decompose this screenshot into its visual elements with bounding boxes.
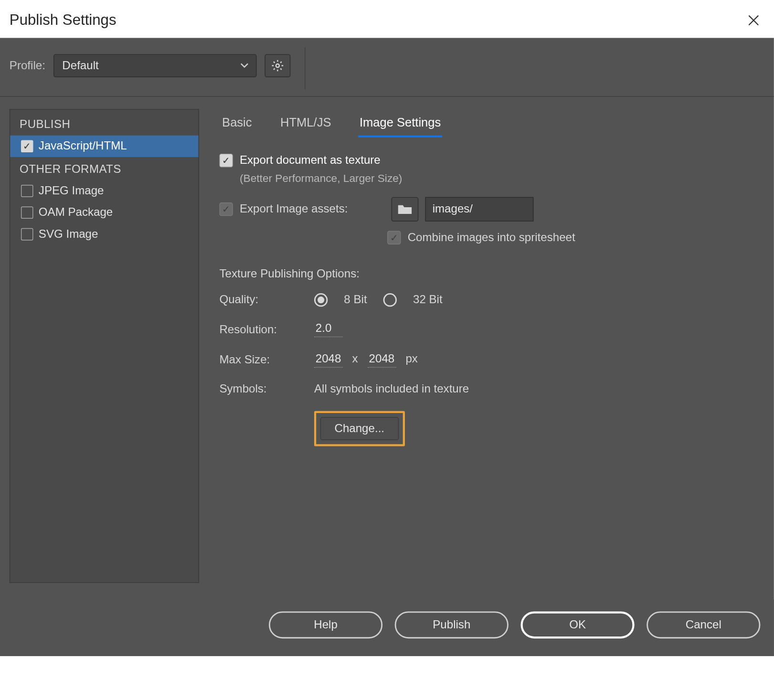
export-assets-label: Export Image assets: <box>240 202 348 216</box>
help-button[interactable]: Help <box>269 611 382 638</box>
max-width-value[interactable]: 2048 <box>314 352 343 368</box>
quality-radios: 8 Bit 32 Bit <box>314 293 760 307</box>
export-texture-row: Export document as texture <box>219 154 760 167</box>
sidebar-item-jpeg[interactable]: JPEG Image <box>10 180 198 202</box>
browse-folder-button[interactable] <box>391 197 418 222</box>
export-texture-label: Export document as texture <box>240 154 381 167</box>
close-icon[interactable] <box>742 11 766 30</box>
sidebar: PUBLISH JavaScript/HTML OTHER FORMATS JP… <box>10 109 199 583</box>
change-highlight: Change... <box>314 411 405 446</box>
resolution-value[interactable]: 2.0 <box>314 322 343 338</box>
footer: Help Publish OK Cancel <box>0 599 774 656</box>
combine-checkbox <box>387 231 401 244</box>
chevron-down-icon <box>240 62 249 69</box>
export-texture-checkbox[interactable] <box>219 154 233 167</box>
combine-row: Combine images into spritesheet <box>219 231 760 244</box>
symbols-value: All symbols included in texture <box>314 382 760 396</box>
quality-32bit-label: 32 Bit <box>413 293 443 307</box>
profile-select[interactable]: Default <box>53 54 256 77</box>
symbols-label: Symbols: <box>219 382 314 396</box>
content-panel: Basic HTML/JS Image Settings Export docu… <box>215 109 764 583</box>
sidebar-item-oam[interactable]: OAM Package <box>10 202 198 223</box>
profile-value: Default <box>62 59 98 72</box>
texture-options-heading: Texture Publishing Options: <box>219 267 760 281</box>
quality-8bit-label: 8 Bit <box>344 293 367 307</box>
folder-icon <box>397 203 412 215</box>
profile-label: Profile: <box>10 59 45 72</box>
x-separator: x <box>352 352 358 365</box>
sidebar-item-jshtml[interactable]: JavaScript/HTML <box>10 136 198 157</box>
combine-label: Combine images into spritesheet <box>408 231 575 244</box>
resolution-label: Resolution: <box>219 323 314 336</box>
sidebar-item-svg[interactable]: SVG Image <box>10 223 198 245</box>
checkbox-icon[interactable] <box>21 206 33 219</box>
export-assets-checkbox <box>219 202 233 216</box>
quality-8bit-radio[interactable] <box>314 293 328 307</box>
checkbox-icon[interactable] <box>21 140 33 153</box>
quality-32bit-radio[interactable] <box>383 293 397 307</box>
tab-htmljs[interactable]: HTML/JS <box>279 112 332 138</box>
quality-label: Quality: <box>219 293 314 307</box>
export-assets-row: Export Image assets: <box>219 197 760 222</box>
images-path-input[interactable] <box>425 197 533 222</box>
profile-row: Profile: Default <box>0 38 774 96</box>
change-button[interactable]: Change... <box>320 417 399 440</box>
tabs: Basic HTML/JS Image Settings <box>219 112 760 138</box>
publish-button[interactable]: Publish <box>395 611 509 638</box>
profile-settings-button[interactable] <box>265 54 290 77</box>
maxsize-label: Max Size: <box>219 353 314 366</box>
px-label: px <box>405 352 417 365</box>
window-title: Publish Settings <box>10 11 117 29</box>
gear-icon <box>271 59 284 72</box>
sidebar-item-label: OAM Package <box>39 206 113 219</box>
svg-point-0 <box>276 64 279 67</box>
sidebar-item-label: JavaScript/HTML <box>39 139 127 153</box>
export-texture-hint: (Better Performance, Larger Size) <box>219 173 760 185</box>
cancel-button[interactable]: Cancel <box>647 611 760 638</box>
titlebar: Publish Settings <box>0 0 774 38</box>
tab-image-settings[interactable]: Image Settings <box>358 112 442 138</box>
max-height-value[interactable]: 2048 <box>368 352 396 368</box>
checkbox-icon[interactable] <box>21 185 33 197</box>
tab-basic[interactable]: Basic <box>221 112 253 138</box>
ok-button[interactable]: OK <box>520 611 634 638</box>
sidebar-item-label: JPEG Image <box>39 184 104 198</box>
checkbox-icon[interactable] <box>21 228 33 241</box>
sidebar-item-label: SVG Image <box>39 227 98 241</box>
sidebar-header-publish: PUBLISH <box>10 112 198 135</box>
sidebar-header-other: OTHER FORMATS <box>10 157 198 180</box>
